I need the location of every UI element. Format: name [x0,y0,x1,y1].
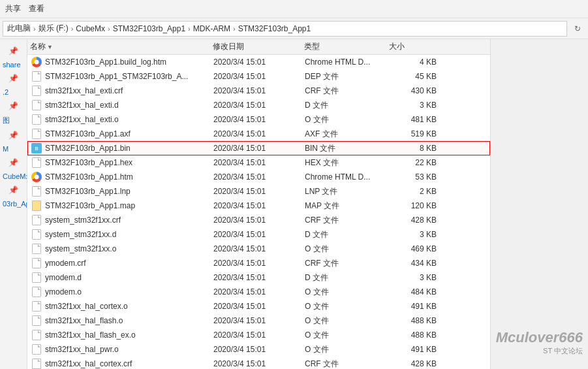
file-name: ymodem.o [45,287,213,297]
file-size: 22 KB [390,158,442,167]
table-row[interactable]: stm32f1xx_hal_flash.o2020/3/4 15:01O 文件4… [27,313,490,328]
file-type: D 文件 [305,100,390,111]
file-icon-white [31,99,42,111]
file-type: AXF 文件 [305,129,390,140]
col-type-header[interactable]: 类型 [304,41,389,52]
sidebar-label-cubemx[interactable]: CubeMx_O [0,170,27,182]
file-name-cell: BSTM32F103rb_App1.bin [31,142,213,154]
sidebar-pin-4[interactable]: 📌 [0,129,27,142]
file-size: 3 KB [390,101,442,110]
table-row[interactable]: ymodem.crf2020/3/4 15:01CRF 文件434 KB [27,256,490,270]
col-name-header[interactable]: 名称 ▼ [30,41,213,52]
table-row[interactable]: STM32F103rb_App1_STM32F103rb_A...2020/3/… [27,69,490,84]
sidebar-label-2[interactable]: .2 [0,86,27,98]
table-row[interactable]: system_stm32f1xx.crf2020/3/4 15:01CRF 文件… [27,213,490,227]
file-size: 53 KB [390,172,442,182]
table-row[interactable]: stm32f1xx_hal_cortex.crf2020/3/4 15:01CR… [27,357,490,369]
sidebar-label-share[interactable]: share [0,59,27,71]
file-name: STM32F103rb_App1.htm [45,172,213,182]
breadcrumb-item-3[interactable]: STM32F103rb_App1 [113,24,185,33]
table-row[interactable]: STM32F103rb_App1.hex2020/3/4 15:01HEX 文件… [27,155,490,170]
file-type: O 文件 [305,344,390,355]
file-name: system_stm32f1xx.crf [45,216,213,225]
file-name: stm32f1xx_hal_pwr.o [45,345,213,354]
file-date: 2020/3/4 15:01 [213,201,305,210]
table-row[interactable]: STM32F103rb_App1.build_log.htm2020/3/4 1… [27,55,490,69]
watermark-logo: Mculover666 [496,329,583,346]
file-name-cell: ymodem.o [31,286,213,298]
table-row[interactable]: system_stm32f1xx.o2020/3/4 15:01O 文件469 … [27,242,490,256]
table-row[interactable]: stm32f1xx_hal_flash_ex.o2020/3/4 15:01O … [27,328,490,342]
col-date-header[interactable]: 修改日期 [213,41,304,52]
sidebar-label-m[interactable]: M [0,143,27,155]
toolbar: 共享 查看 [0,0,588,18]
breadcrumb-item-2[interactable]: CubeMx [76,24,105,33]
breadcrumb-sep-1: › [71,25,74,33]
file-type: BIN 文件 [305,143,390,154]
table-row[interactable]: ymodem.o2020/3/4 15:01O 文件484 KB [27,285,490,299]
sidebar-pin-3[interactable]: 📌 [0,99,27,112]
file-type: CRF 文件 [305,86,390,97]
table-row[interactable]: system_stm32f1xx.d2020/3/4 15:01D 文件3 KB [27,227,490,242]
file-name: stm32f1xx_hal_flash.o [45,316,213,325]
breadcrumb-sep-4: › [233,25,236,33]
table-row[interactable]: stm32f1xx_hal_exti.crf2020/3/4 15:01CRF … [27,84,490,98]
sidebar-label-img[interactable]: 图 [0,114,27,127]
breadcrumb-item-4[interactable]: MDK-ARM [193,24,230,33]
breadcrumb[interactable]: 此电脑›娱乐 (F:)›CubeMx›STM32F103rb_App1›MDK-… [3,21,567,37]
file-date: 2020/3/4 15:01 [213,101,305,110]
file-name-cell: stm32f1xx_hal_exti.d [31,99,213,111]
file-type: O 文件 [305,287,390,298]
table-row[interactable]: ymodem.d2020/3/4 15:01D 文件3 KB [27,270,490,285]
table-row[interactable]: STM32F103rb_App1.htm2020/3/4 15:01Chrome… [27,170,490,184]
file-name: stm32f1xx_hal_exti.o [45,115,213,124]
table-row[interactable]: STM32F103rb_App1.lnp2020/3/4 15:01LNP 文件… [27,184,490,199]
breadcrumb-sep-2: › [108,25,110,33]
toolbar-view[interactable]: 查看 [29,3,44,14]
table-row[interactable]: stm32f1xx_hal_cortex.o2020/3/4 15:01O 文件… [27,299,490,313]
table-row[interactable]: stm32f1xx_hal_exti.d2020/3/4 15:01D 文件3 … [27,98,490,112]
file-icon-bin: B [31,142,42,154]
file-name: stm32f1xx_hal_cortex.o [45,302,213,311]
table-row[interactable]: STM32F103rb_App1.map2020/3/4 15:01MAP 文件… [27,199,490,213]
file-icon-white [31,243,42,255]
file-date: 2020/3/4 15:01 [213,172,305,182]
sidebar-pin-1[interactable]: 📌 [0,44,27,57]
sort-arrow: ▼ [47,44,53,50]
file-name-cell: STM32F103rb_App1.build_log.htm [31,56,213,68]
breadcrumb-item-1[interactable]: 娱乐 (F:) [39,23,69,34]
file-size: 519 KB [390,129,442,138]
sidebar-pin-2[interactable]: 📌 [0,72,27,85]
file-icon-white [31,214,42,226]
sidebar-pin-6[interactable]: 📌 [0,184,27,197]
table-row[interactable]: STM32F103rb_App1.axf2020/3/4 15:01AXF 文件… [27,127,490,141]
table-row[interactable]: stm32f1xx_hal_pwr.o2020/3/4 15:01O 文件491… [27,342,490,357]
file-type: D 文件 [305,229,390,240]
table-row[interactable]: stm32f1xx_hal_exti.o2020/3/4 15:01O 文件48… [27,112,490,127]
col-size-header[interactable]: 大小 [389,41,441,52]
file-date: 2020/3/4 15:01 [213,244,305,253]
sidebar-pin-5[interactable]: 📌 [0,156,27,169]
watermark: Mculover666 ST 中文论坛 [496,329,583,356]
file-size: 45 KB [390,72,442,81]
file-name-cell: system_stm32f1xx.d [31,229,213,240]
table-row[interactable]: BSTM32F103rb_App1.bin2020/3/4 15:01BIN 文… [27,141,490,155]
file-name-cell: STM32F103rb_App1_STM32F103rb_A... [31,71,213,82]
right-panel: Mculover666 ST 中文论坛 [490,39,588,369]
file-date: 2020/3/4 15:01 [213,302,305,311]
file-type: O 文件 [305,330,390,341]
breadcrumb-item-0[interactable]: 此电脑 [7,23,31,34]
file-name-cell: stm32f1xx_hal_exti.crf [31,85,213,97]
file-name: stm32f1xx_hal_exti.crf [45,86,213,95]
file-type: Chrome HTML D... [305,57,390,67]
refresh-button[interactable]: ↻ [570,21,585,37]
file-icon-white [31,114,42,125]
sidebar-label-app[interactable]: 03rb_App [0,198,27,210]
file-name: ymodem.d [45,273,213,282]
file-name: STM32F103rb_App1.bin [45,144,213,153]
file-icon-chrome [31,171,42,183]
breadcrumb-item-5[interactable]: STM32F103rb_App1 [238,24,311,33]
file-type: O 文件 [305,315,390,327]
file-date: 2020/3/4 15:01 [213,216,305,225]
toolbar-share[interactable]: 共享 [5,3,21,14]
